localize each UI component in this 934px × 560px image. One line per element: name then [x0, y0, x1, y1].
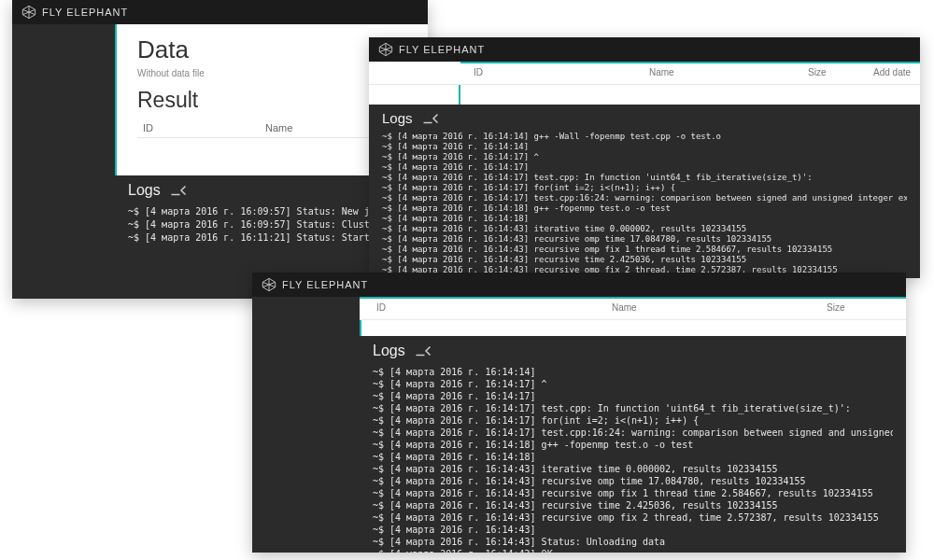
logo-icon — [262, 277, 276, 292]
logs-title: Logs — [382, 110, 413, 126]
log-line: ~$ [4 марта 2016 г. 16:14:17] ^ — [382, 152, 907, 162]
log-line: ~$ [4 марта 2016 г. 16:14:43] recursive … — [373, 487, 893, 499]
logs-header[interactable]: Logs — [369, 105, 920, 132]
brand-text: FLY ELEPHANT — [282, 279, 368, 290]
logs-panel: Logs ~$ [4 марта 2016 г. 16:14:14] g++ -… — [369, 105, 920, 278]
log-line: ~$ [4 марта 2016 г. 16:14:18] — [382, 214, 907, 224]
brand-text: FLY ELEPHANT — [42, 7, 128, 18]
log-line: ~$ [4 марта 2016 г. 16:14:17] test.cpp: … — [373, 402, 893, 414]
accent-top — [460, 62, 920, 63]
logs-header[interactable]: Logs — [360, 336, 906, 366]
log-line: ~$ [4 марта 2016 г. 16:14:18] g++ -fopen… — [382, 203, 907, 214]
log-line: ~$ [4 марта 2016 г. 16:14:43] iterative … — [382, 224, 907, 234]
log-line: ~$ [4 марта 2016 г. 16:14:17] — [373, 390, 893, 402]
log-line: ~$ [4 марта 2016 г. 16:14:43] Status: Un… — [373, 536, 893, 548]
topbar: FLY ELEPHANT — [252, 273, 906, 297]
log-line: ~$ [4 марта 2016 г. 16:14:43] recursive … — [382, 245, 907, 255]
logs-title: Logs — [373, 343, 405, 359]
collapse-icon[interactable] — [170, 185, 187, 196]
col-add-date[interactable]: Add date — [873, 67, 911, 77]
col-name[interactable]: Name — [649, 67, 674, 77]
log-line: ~$ [4 марта 2016 г. 16:14:18] — [373, 451, 893, 463]
brand: FLY ELEPHANT — [262, 277, 368, 292]
logs-body[interactable]: ~$ [4 марта 2016 г. 16:14:14]~$ [4 марта… — [360, 366, 906, 553]
col-size[interactable]: Size — [808, 67, 826, 77]
col-id[interactable]: ID — [474, 67, 483, 77]
collapse-icon[interactable] — [422, 113, 439, 124]
log-line: ~$ [4 марта 2016 г. 16:14:43] OK — [373, 548, 893, 553]
logs-body[interactable]: ~$ [4 марта 2016 г. 16:14:14] g++ -Wall … — [369, 132, 920, 278]
col-id[interactable]: ID — [137, 119, 260, 138]
col-size[interactable]: Size — [827, 302, 844, 313]
log-line: ~$ [4 марта 2016 г. 16:14:17] test.cpp:1… — [382, 193, 907, 203]
log-line: ~$ [4 марта 2016 г. 16:14:14] — [373, 366, 893, 378]
log-line: ~$ [4 марта 2016 г. 16:14:43] iterative … — [373, 463, 893, 475]
window-logs-tall: FLY ELEPHANT ID Name Size Logs — [252, 273, 906, 553]
topbar: FLY ELEPHANT — [369, 37, 920, 62]
logo-icon — [378, 42, 393, 57]
log-line: ~$ [4 марта 2016 г. 16:14:14] g++ -Wall … — [382, 132, 907, 142]
brand-text: FLY ELEPHANT — [399, 44, 485, 55]
log-line: ~$ [4 марта 2016 г. 16:14:17] test.cpp: … — [382, 173, 907, 183]
window-job-setup: FLY ELEPHANT Data Without data file Resu… — [12, 0, 428, 299]
log-line: ~$ [4 марта 2016 г. 16:14:17] for(int i=… — [382, 183, 907, 193]
log-line: ~$ [4 марта 2016 г. 16:14:17] ^ — [373, 378, 893, 390]
log-line: ~$ [4 марта 2016 г. 16:14:17] test.cpp:1… — [373, 427, 893, 439]
log-line: ~$ [4 марта 2016 г. 16:14:17] — [382, 162, 907, 173]
col-name[interactable]: Name — [612, 302, 637, 313]
log-line: ~$ [4 марта 2016 г. 16:14:43] — [373, 524, 893, 536]
log-line: ~$ [4 марта 2016 г. 16:14:43] recursive … — [373, 511, 893, 524]
logs-title: Logs — [128, 182, 161, 199]
brand: FLY ELEPHANT — [21, 5, 128, 20]
table-header-row: ID Name Size — [360, 297, 906, 320]
brand: FLY ELEPHANT — [378, 42, 485, 57]
log-line: ~$ [4 марта 2016 г. 16:14:43] recursive … — [373, 475, 893, 487]
collapse-icon[interactable] — [415, 345, 432, 357]
log-line: ~$ [4 марта 2016 г. 16:14:17] for(int i=… — [373, 414, 893, 427]
col-id[interactable]: ID — [376, 302, 386, 313]
logo-icon — [21, 5, 36, 20]
log-line: ~$ [4 марта 2016 г. 16:14:43] recursive … — [382, 234, 907, 245]
log-line: ~$ [4 марта 2016 г. 16:14:43] recursive … — [382, 255, 907, 265]
log-line: ~$ [4 марта 2016 г. 16:14:43] recursive … — [373, 499, 893, 511]
log-line: ~$ [4 марта 2016 г. 16:14:14] — [382, 142, 907, 152]
topbar: FLY ELEPHANT — [12, 0, 428, 24]
accent-top — [360, 297, 906, 299]
sidebar — [12, 24, 115, 299]
table-header-row: ID Name Size Add date — [369, 62, 920, 85]
log-line: ~$ [4 марта 2016 г. 16:14:18] g++ -fopen… — [373, 439, 893, 451]
sidebar — [252, 297, 360, 553]
window-logs-wide: FLY ELEPHANT ID Name Size Add date Logs — [369, 37, 920, 278]
logs-panel: Logs ~$ [4 марта 2016 г. 16:14:14]~$ [4 … — [360, 336, 906, 553]
